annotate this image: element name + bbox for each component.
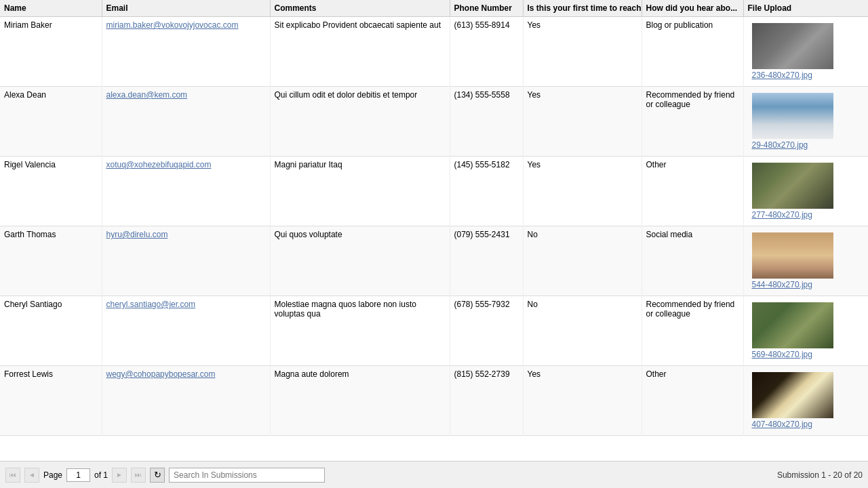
cell-how-heard: Social media — [642, 226, 743, 296]
cell-phone: (678) 555-7932 — [450, 296, 523, 366]
file-thumbnail — [752, 93, 833, 139]
cell-how-heard: Other — [642, 157, 743, 226]
table-row: Alexa Dean alexa.dean@kem.com Qui cillum… — [0, 87, 868, 157]
submissions-table-container: Name Email Comments Phone Number Is this… — [0, 0, 868, 461]
col-header-first-time[interactable]: Is this your first time to reach us? — [523, 0, 642, 17]
cell-name: Alexa Dean — [0, 87, 102, 157]
cell-comments: Qui quos voluptate — [270, 226, 450, 296]
email-link[interactable]: cheryl.santiago@jer.com — [106, 300, 196, 309]
cell-file: 544-480x270.jpg — [743, 226, 868, 296]
cell-file: 29-480x270.jpg — [743, 87, 868, 157]
last-page-button[interactable]: ⏭ — [131, 468, 146, 483]
cell-how-heard: Other — [642, 366, 743, 436]
table-header-row: Name Email Comments Phone Number Is this… — [0, 0, 868, 17]
cell-first-time: Yes — [523, 17, 642, 87]
cell-how-heard: Recommended by friend or colleague — [642, 87, 743, 157]
cell-comments: Molestiae magna quos labore non iusto vo… — [270, 296, 450, 366]
file-link[interactable]: 544-480x270.jpg — [752, 280, 812, 289]
file-thumbnail — [752, 302, 833, 348]
cell-file: 277-480x270.jpg — [743, 157, 868, 226]
file-thumbnail — [752, 163, 833, 209]
cell-phone: (613) 555-8914 — [450, 17, 523, 87]
cell-first-time: No — [523, 296, 642, 366]
email-link[interactable]: miriam.baker@vokovojyjovocac.com — [106, 20, 239, 30]
email-link[interactable]: wegy@cohopapybopesar.com — [106, 369, 216, 379]
page-label: Page — [43, 470, 62, 480]
file-link[interactable]: 407-480x270.jpg — [752, 420, 812, 429]
col-header-email[interactable]: Email — [102, 0, 270, 17]
cell-phone: (134) 555-5558 — [450, 87, 523, 157]
cell-first-time: Yes — [523, 87, 642, 157]
file-link[interactable]: 236-480x270.jpg — [752, 70, 812, 80]
cell-name: Forrest Lewis — [0, 366, 102, 436]
file-thumbnail — [752, 23, 833, 69]
cell-name: Rigel Valencia — [0, 157, 102, 226]
prev-page-button[interactable]: ◄ — [24, 468, 39, 483]
cell-email: alexa.dean@kem.com — [102, 87, 270, 157]
table-row: Cheryl Santiago cheryl.santiago@jer.com … — [0, 296, 868, 366]
file-link[interactable]: 29-480x270.jpg — [752, 140, 808, 150]
table-footer: ⏮ ◄ Page of 1 ► ⏭ ↻ Submission 1 - 20 of… — [0, 461, 868, 488]
col-header-comments[interactable]: Comments — [270, 0, 450, 17]
col-header-phone[interactable]: Phone Number — [450, 0, 523, 17]
cell-name: Miriam Baker — [0, 17, 102, 87]
cell-email: xotuq@xohezebifuqapid.com — [102, 157, 270, 226]
file-link[interactable]: 277-480x270.jpg — [752, 210, 812, 220]
search-input[interactable] — [169, 468, 325, 483]
file-link[interactable]: 569-480x270.jpg — [752, 350, 812, 359]
file-thumbnail — [752, 372, 833, 418]
cell-file: 407-480x270.jpg — [743, 366, 868, 436]
file-thumbnail — [752, 232, 833, 279]
table-row: Forrest Lewis wegy@cohopapybopesar.com M… — [0, 366, 868, 436]
cell-how-heard: Recommended by friend or colleague — [642, 296, 743, 366]
table-row: Rigel Valencia xotuq@xohezebifuqapid.com… — [0, 157, 868, 226]
cell-phone: (079) 555-2431 — [450, 226, 523, 296]
cell-first-time: Yes — [523, 366, 642, 436]
cell-comments: Magna aute dolorem — [270, 366, 450, 436]
col-header-how-heard[interactable]: How did you hear abo... — [642, 0, 743, 17]
table-row: Miriam Baker miriam.baker@vokovojyjovoca… — [0, 17, 868, 87]
page-number-input[interactable] — [66, 468, 90, 482]
cell-name: Cheryl Santiago — [0, 296, 102, 366]
cell-file: 569-480x270.jpg — [743, 296, 868, 366]
email-link[interactable]: xotuq@xohezebifuqapid.com — [106, 160, 212, 169]
submissions-table: Name Email Comments Phone Number Is this… — [0, 0, 868, 436]
col-header-name[interactable]: Name — [0, 0, 102, 17]
cell-phone: (815) 552-2739 — [450, 366, 523, 436]
col-header-file[interactable]: File Upload — [743, 0, 868, 17]
cell-file: 236-480x270.jpg — [743, 17, 868, 87]
cell-how-heard: Blog or publication — [642, 17, 743, 87]
cell-email: miriam.baker@vokovojyjovocac.com — [102, 17, 270, 87]
cell-first-time: Yes — [523, 157, 642, 226]
refresh-button[interactable]: ↻ — [150, 468, 165, 483]
first-page-button[interactable]: ⏮ — [5, 468, 20, 483]
email-link[interactable]: hyru@direlu.com — [106, 230, 168, 239]
cell-name: Garth Thomas — [0, 226, 102, 296]
cell-first-time: No — [523, 226, 642, 296]
cell-comments: Sit explicabo Provident obcaecati sapien… — [270, 17, 450, 87]
page-of-label: of 1 — [94, 470, 108, 480]
cell-email: wegy@cohopapybopesar.com — [102, 366, 270, 436]
submission-count: Submission 1 - 20 of 20 — [777, 470, 863, 480]
table-body: Miriam Baker miriam.baker@vokovojyjovoca… — [0, 17, 868, 436]
cell-phone: (145) 555-5182 — [450, 157, 523, 226]
email-link[interactable]: alexa.dean@kem.com — [106, 90, 188, 100]
cell-email: hyru@direlu.com — [102, 226, 270, 296]
next-page-button[interactable]: ► — [112, 468, 127, 483]
cell-comments: Magni pariatur Itaq — [270, 157, 450, 226]
table-row: Garth Thomas hyru@direlu.com Qui quos vo… — [0, 226, 868, 296]
cell-comments: Qui cillum odit et dolor debitis et temp… — [270, 87, 450, 157]
cell-email: cheryl.santiago@jer.com — [102, 296, 270, 366]
